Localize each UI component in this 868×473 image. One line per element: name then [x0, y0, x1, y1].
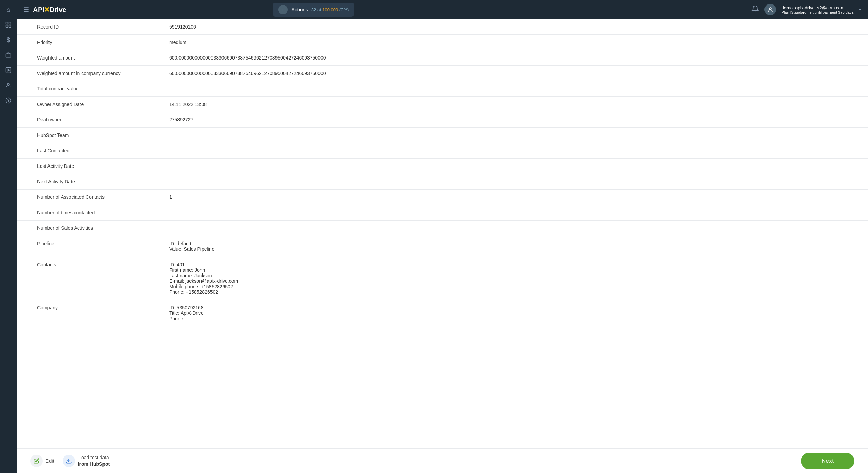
- row-label: Deal owner: [17, 112, 161, 128]
- table-row: Record ID5919120106: [17, 19, 868, 35]
- actions-total: 100'000: [322, 7, 338, 12]
- actions-of: 32: [311, 7, 316, 12]
- logo-x: ✕: [44, 6, 50, 13]
- row-label: Contacts: [17, 257, 161, 300]
- svg-point-7: [7, 83, 9, 85]
- table-row: Weighted amount600.000000000000033306690…: [17, 50, 868, 66]
- load-line1: Load test data: [78, 454, 110, 461]
- plan-type: Standard: [791, 10, 807, 14]
- svg-rect-1: [9, 22, 11, 24]
- table-row: Total contract value: [17, 81, 868, 97]
- content-area: Record ID5919120106PrioritymediumWeighte…: [17, 19, 868, 448]
- user-info: demo_apix-drive_s2@com.com Plan |Standar…: [782, 5, 854, 14]
- edit-button[interactable]: Edit: [30, 455, 54, 467]
- table-row: CompanyID: 5350792168Title: ApiX-DrivePh…: [17, 300, 868, 326]
- plan-suffix: | left until payment: [806, 10, 837, 14]
- bell-icon[interactable]: [751, 5, 759, 14]
- user-icon[interactable]: [2, 79, 14, 92]
- table-row: Number of times contacted: [17, 205, 868, 221]
- edit-icon: [30, 455, 43, 467]
- table-row: PipelineID: defaultValue: Sales Pipeline: [17, 236, 868, 257]
- row-value: 5919120106: [161, 19, 868, 35]
- hamburger-icon[interactable]: ☰: [23, 6, 29, 13]
- svg-rect-4: [6, 54, 11, 57]
- row-label: Number of Sales Activities: [17, 221, 161, 236]
- load-icon: [63, 455, 75, 467]
- topbar: ☰ API✕Drive i Actions: 32 of 100'000 (0%…: [17, 0, 868, 19]
- dropdown-arrow-icon[interactable]: ▾: [859, 7, 861, 12]
- row-value: [161, 221, 868, 236]
- user-email: demo_apix-drive_s2@com.com: [782, 5, 854, 10]
- table-row: Last Contacted: [17, 143, 868, 159]
- plan-prefix: Plan |: [782, 10, 791, 14]
- main-area: ☰ API✕Drive i Actions: 32 of 100'000 (0%…: [17, 0, 868, 473]
- row-value: 600.000000000000033306690738754696212708…: [161, 50, 868, 66]
- logo-api: API: [33, 6, 44, 13]
- actions-count: 32 of 100'000 (0%): [311, 7, 349, 12]
- table-row: Number of Associated Contacts1: [17, 190, 868, 205]
- table-row: Prioritymedium: [17, 35, 868, 50]
- row-label: Pipeline: [17, 236, 161, 257]
- table-row: Number of Sales Activities: [17, 221, 868, 236]
- integrations-icon[interactable]: [2, 19, 14, 31]
- row-value: [161, 143, 868, 159]
- table-row: ContactsID: 401First name: JohnLast name…: [17, 257, 868, 300]
- table-row: Owner Assigned Date14.11.2022 13:08: [17, 97, 868, 112]
- plan-days-label: days: [846, 10, 854, 14]
- row-value: 275892727: [161, 112, 868, 128]
- table-row: Weighted amount in company currency600.0…: [17, 66, 868, 81]
- load-text: Load test data from HubSpot: [78, 454, 110, 467]
- svg-marker-6: [8, 69, 10, 71]
- table-row: HubSpot Team: [17, 128, 868, 143]
- row-label: Weighted amount in company currency: [17, 66, 161, 81]
- play-icon[interactable]: [2, 64, 14, 76]
- help-icon[interactable]: [2, 94, 14, 107]
- next-button[interactable]: Next: [801, 453, 854, 469]
- row-value: ID: 401First name: JohnLast name: Jackso…: [161, 257, 868, 300]
- row-label: Priority: [17, 35, 161, 50]
- row-label: Last Contacted: [17, 143, 161, 159]
- svg-point-9: [8, 101, 9, 102]
- data-table: Record ID5919120106PrioritymediumWeighte…: [17, 19, 868, 326]
- logo-drive: Drive: [50, 6, 66, 13]
- row-value: [161, 174, 868, 190]
- footer-bar: Edit Load test data from HubSpot Next: [17, 448, 868, 473]
- row-label: Company: [17, 300, 161, 326]
- edit-label: Edit: [45, 458, 54, 464]
- row-label: HubSpot Team: [17, 128, 161, 143]
- row-value: 14.11.2022 13:08: [161, 97, 868, 112]
- logo-text: API✕Drive: [33, 6, 66, 14]
- info-icon: i: [278, 5, 288, 14]
- row-label: Last Activity Date: [17, 159, 161, 174]
- row-value: [161, 159, 868, 174]
- row-label: Next Activity Date: [17, 174, 161, 190]
- briefcase-icon[interactable]: [2, 49, 14, 61]
- svg-rect-2: [6, 25, 8, 28]
- row-label: Weighted amount: [17, 50, 161, 66]
- row-value: 1: [161, 190, 868, 205]
- row-value: ID: defaultValue: Sales Pipeline: [161, 236, 868, 257]
- row-value: [161, 128, 868, 143]
- actions-pct: (0%): [339, 7, 349, 12]
- actions-text-group: Actions: 32 of 100'000 (0%): [291, 7, 349, 13]
- load-test-data-button[interactable]: Load test data from HubSpot: [63, 454, 110, 467]
- row-label: Number of Associated Contacts: [17, 190, 161, 205]
- row-label: Total contract value: [17, 81, 161, 97]
- row-value: ID: 5350792168Title: ApiX-DrivePhone:: [161, 300, 868, 326]
- table-row: Next Activity Date: [17, 174, 868, 190]
- avatar: [764, 4, 776, 15]
- home-icon[interactable]: ⌂: [2, 3, 14, 16]
- billing-icon[interactable]: $: [2, 34, 14, 46]
- svg-point-10: [769, 8, 771, 10]
- load-line2: from HubSpot: [78, 461, 110, 467]
- plan-days: 370: [838, 10, 844, 14]
- table-row: Deal owner275892727: [17, 112, 868, 128]
- row-label: Owner Assigned Date: [17, 97, 161, 112]
- sidebar: ⌂ $: [0, 0, 17, 473]
- logo: ☰ API✕Drive: [23, 6, 66, 14]
- svg-rect-0: [6, 22, 8, 24]
- svg-rect-3: [9, 25, 11, 28]
- row-value: [161, 205, 868, 221]
- actions-label: Actions:: [291, 7, 310, 12]
- row-label: Record ID: [17, 19, 161, 35]
